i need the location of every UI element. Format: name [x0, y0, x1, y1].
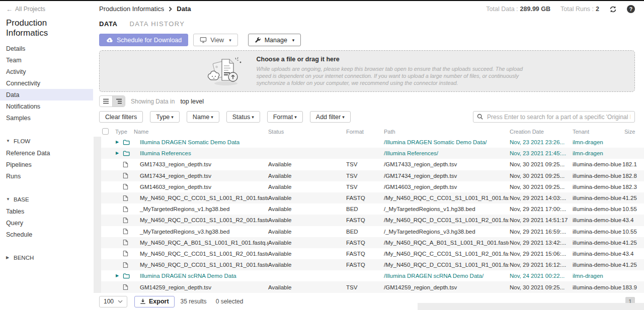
view-dropdown-button[interactable]: View ▾	[193, 34, 237, 46]
table-row[interactable]: ▶ GM14603_region_depth.tsv Available TSV…	[94, 181, 644, 192]
table-row[interactable]: ▶ GM17434_region_depth.tsv Available TSV…	[94, 170, 644, 181]
row-name[interactable]: _MyTargetedRegions_v1.hg38.bed	[134, 206, 268, 212]
sidebar: ← All Projects Production Informatics De…	[0, 1, 93, 310]
row-name[interactable]: GM14603_region_depth.tsv	[134, 184, 268, 190]
back-arrow-icon: ←	[6, 6, 13, 13]
column-header-name[interactable]: Name	[134, 129, 268, 135]
cloud-download-icon	[106, 37, 113, 43]
table-row[interactable]: ▶ My_N450_RQC_C_CC01_S1_L001_R1_001.fast…	[94, 192, 644, 203]
row-name[interactable]: _MyTargetedRegions_v3.hg38.bed	[134, 229, 268, 235]
flat-list-view-button[interactable]	[100, 96, 112, 107]
all-projects-back-link[interactable]: ← All Projects	[6, 6, 89, 13]
tab-data[interactable]: DATA	[99, 20, 118, 28]
file-icon	[123, 195, 128, 201]
bench-section-header[interactable]: ▶ BENCH	[6, 252, 89, 263]
expand-arrow-icon[interactable]: ▶	[116, 274, 120, 278]
table-row[interactable]: ▶ Illumina References /Illumina Referenc…	[94, 148, 644, 159]
tree-list-view-button[interactable]	[112, 96, 125, 107]
table-row[interactable]: ▶ GM17433_region_depth.tsv Available TSV…	[94, 159, 644, 170]
breadcrumb-project[interactable]: Production Informatics	[99, 5, 164, 13]
expand-arrow-icon[interactable]: ▶	[116, 140, 120, 144]
status-filter-dropdown[interactable]: Status▾	[226, 111, 260, 123]
sidebar-item-data[interactable]: Data	[0, 89, 93, 100]
flow-section-header[interactable]: ▼ FLOW	[6, 136, 89, 146]
row-name[interactable]: My_N450_RQC_C_CC01_S1_L001_R2_001.fastq.…	[134, 251, 268, 257]
sidebar-item-reference-data[interactable]: Reference Data	[6, 147, 89, 159]
row-gutter	[94, 259, 101, 270]
add-filter-dropdown[interactable]: Add filter▾	[310, 111, 351, 123]
file-upload-dropzone[interactable]: Choose a file or drag it here While uplo…	[99, 50, 635, 92]
data-tabs: DATA DATA HISTORY	[99, 20, 635, 28]
sidebar-item-tables[interactable]: Tables	[6, 205, 89, 217]
select-all-checkbox[interactable]	[102, 128, 109, 135]
row-size: 41.25	[621, 240, 644, 246]
row-status: Available	[268, 184, 346, 190]
row-name[interactable]: GM17433_region_depth.tsv	[134, 161, 268, 167]
row-path: /Illumina DRAGEN scRNA Demo Data/	[383, 273, 509, 279]
row-path: /_MyTargetedRegions_v3.hg38.bed	[383, 229, 509, 235]
table-row[interactable]: ▶ _MyTargetedRegions_v1.hg38.bed Availab…	[94, 203, 644, 215]
type-filter-dropdown[interactable]: Type▾	[150, 111, 180, 123]
export-button[interactable]: Export	[134, 296, 175, 307]
toolbar: Schedule for Download View ▾ Manage ▾	[99, 34, 635, 46]
column-header-tenant[interactable]: Tenant	[571, 129, 621, 135]
help-icon[interactable]: ?	[627, 5, 635, 13]
sidebar-item-notifications[interactable]: Notifications	[6, 100, 89, 112]
table-row[interactable]: ▶ My_N450_RQC_D_CC01_S1_L001_R2_001.fast…	[94, 215, 644, 226]
row-creation-date: Nov, 30 2021 09:25...	[509, 184, 571, 190]
tree-list-icon	[116, 98, 122, 104]
row-type-cell: ▶	[114, 250, 134, 257]
table-row[interactable]: ▶ GM14259_region_depth.tsv Available TSV…	[94, 281, 644, 292]
row-name[interactable]: My_N450_RQC_D_CC01_S1_L001_R1_001.fastq.…	[134, 262, 268, 268]
clear-filters-button[interactable]: Clear filters	[99, 111, 143, 123]
sidebar-item-query[interactable]: Query	[6, 217, 89, 229]
column-header-status[interactable]: Status	[268, 129, 346, 135]
format-filter-dropdown[interactable]: Format▾	[267, 111, 303, 123]
sidebar-item-activity[interactable]: Activity	[6, 66, 89, 77]
sidebar-item-pipelines[interactable]: Pipelines	[6, 159, 89, 170]
sidebar-item-team[interactable]: Team	[6, 54, 89, 66]
row-status: Available	[268, 173, 346, 179]
row-name[interactable]: GM17434_region_depth.tsv	[134, 173, 268, 179]
sidebar-item-runs[interactable]: Runs	[6, 170, 89, 182]
caret-down-icon: ▾	[211, 115, 213, 120]
schedule-for-download-button[interactable]: Schedule for Download	[99, 34, 188, 46]
table-row[interactable]: ▶ Illumina DRAGEN Somatic Demo Data /Ill…	[94, 137, 644, 148]
project-title: Production Informatics	[6, 18, 76, 38]
row-name[interactable]: Illumina References	[134, 150, 268, 156]
row-name[interactable]: My_N450_RQC_C_CC01_S1_L001_R1_001.fastq.…	[134, 195, 268, 201]
table-row[interactable]: ▶ Illumina DRAGEN scRNA Demo Data /Illum…	[94, 270, 644, 281]
row-name[interactable]: My_N450_RQC_D_CC01_S1_L001_R2_001.fastq.…	[134, 217, 268, 223]
page-size-select[interactable]: 100	[99, 296, 127, 307]
row-gutter	[94, 248, 101, 259]
row-path: /My_N450_RQC_D_CC01_S1_L001_R1_001.fastq…	[383, 262, 509, 268]
column-header-path[interactable]: Path	[383, 129, 509, 135]
column-header-creation-date[interactable]: Creation Date	[509, 129, 571, 135]
search-input[interactable]	[473, 111, 635, 123]
row-name[interactable]: GM14259_region_depth.tsv	[134, 284, 268, 290]
table-row[interactable]: ▶ _MyTargetedRegions_v3.hg38.bed Availab…	[94, 226, 644, 237]
row-name[interactable]: Illumina DRAGEN Somatic Demo Data	[134, 139, 268, 145]
sidebar-item-connectivity[interactable]: Connectivity	[6, 77, 89, 89]
manage-dropdown-button[interactable]: Manage ▾	[248, 34, 301, 46]
column-header-size[interactable]: Size	[621, 129, 644, 135]
row-size: 182.8	[621, 173, 644, 179]
column-header-format[interactable]: Format	[346, 129, 383, 135]
row-name[interactable]: My_N450_RQC_A_B01_S1_L001_R1_001.fastq.g…	[134, 240, 268, 246]
column-header-type[interactable]: Type	[114, 129, 134, 135]
horizontal-scrollbar-track[interactable]	[418, 303, 644, 310]
row-type-cell: ▶	[114, 284, 134, 290]
table-row[interactable]: ▶ My_N450_RQC_A_B01_S1_L001_R1_001.fastq…	[94, 237, 644, 248]
sidebar-item-details[interactable]: Details	[6, 43, 89, 54]
tab-data-history[interactable]: DATA HISTORY	[130, 20, 185, 28]
refresh-icon[interactable]	[609, 6, 617, 13]
name-filter-dropdown[interactable]: Name▾	[187, 111, 219, 123]
table-row[interactable]: ▶ My_N450_RQC_C_CC01_S1_L001_R2_001.fast…	[94, 248, 644, 259]
sidebar-item-schedule[interactable]: Schedule	[6, 229, 89, 240]
sidebar-item-samples[interactable]: Samples	[6, 112, 89, 124]
base-section-header[interactable]: ▼ BASE	[6, 194, 89, 204]
row-path: /My_N450_RQC_A_B01_S1_L001_R1_001.fastq.…	[383, 240, 509, 246]
row-name[interactable]: Illumina DRAGEN scRNA Demo Data	[134, 273, 268, 279]
expand-arrow-icon[interactable]: ▶	[116, 151, 120, 155]
table-row[interactable]: ▶ My_N450_RQC_D_CC01_S1_L001_R1_001.fast…	[94, 259, 644, 270]
